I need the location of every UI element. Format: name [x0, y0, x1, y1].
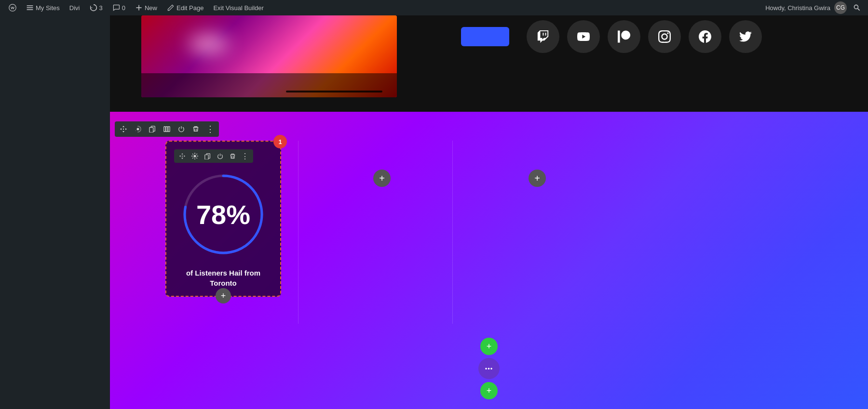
youtube-icon-btn[interactable]: [567, 20, 600, 53]
module-clone-icon[interactable]: [203, 152, 212, 160]
stat-card: 1: [165, 141, 281, 297]
comments-menu[interactable]: 0: [108, 0, 129, 15]
row-toolbar: ⋮: [115, 121, 219, 137]
edit-page-label: Edit Page: [176, 4, 203, 12]
instagram-icon-btn[interactable]: [648, 20, 681, 53]
svg-line-8: [858, 9, 860, 11]
svg-point-7: [854, 5, 858, 9]
admin-bar-right: Howdy, Christina Gwira CG: [765, 1, 863, 14]
sidebar: [0, 15, 110, 409]
revisions-menu[interactable]: 3: [86, 0, 107, 15]
bottom-controls: + ••• +: [478, 338, 500, 399]
svg-rect-2: [27, 5, 33, 6]
section-more-options-btn[interactable]: •••: [478, 358, 500, 379]
comments-count: 0: [122, 4, 125, 12]
add-section-above-btn[interactable]: +: [480, 338, 498, 355]
facebook-icon-btn[interactable]: [689, 20, 721, 53]
twitter-icon-btn[interactable]: [729, 20, 762, 53]
stat-label: of Listeners Hail from Toronto: [186, 264, 260, 288]
module-delete-icon[interactable]: [228, 152, 237, 160]
main-content: ⋮ 1: [110, 15, 868, 409]
row-settings-icon[interactable]: [133, 124, 143, 134]
module-settings-icon[interactable]: [190, 152, 199, 160]
my-sites-menu[interactable]: My Sites: [22, 0, 64, 15]
row-power-icon[interactable]: [176, 124, 186, 134]
svg-rect-17: [204, 155, 208, 159]
svg-rect-12: [164, 127, 166, 132]
hero-image: [141, 15, 397, 97]
row-clone-icon[interactable]: [148, 124, 157, 134]
user-greeting: Howdy, Christina Gwira: [765, 4, 830, 12]
row-move-icon[interactable]: [119, 124, 128, 134]
revisions-count: 3: [99, 4, 103, 12]
add-section-below-btn[interactable]: +: [480, 382, 498, 399]
add-module-center-btn[interactable]: +: [216, 288, 231, 303]
col-divider-2: [452, 141, 453, 324]
module-container: 1: [165, 141, 281, 297]
add-module-col2-btn[interactable]: +: [373, 170, 391, 187]
my-sites-label: My Sites: [36, 4, 60, 12]
wp-logo[interactable]: W: [5, 0, 20, 15]
svg-rect-13: [166, 127, 168, 132]
svg-text:W: W: [11, 6, 14, 10]
notification-badge: 1: [273, 135, 287, 148]
module-more-icon[interactable]: ⋮: [241, 152, 249, 160]
svg-rect-14: [168, 127, 170, 132]
circle-progress: 78%: [177, 169, 269, 260]
divi-label: Divi: [69, 4, 80, 12]
user-avatar[interactable]: CG: [834, 1, 847, 14]
row-delete-icon[interactable]: [191, 124, 201, 134]
social-icons-area: [461, 20, 762, 53]
svg-rect-4: [27, 9, 33, 10]
svg-point-9: [137, 128, 139, 131]
module-toolbar: ⋮: [174, 149, 253, 163]
top-section: [110, 15, 868, 112]
twitch-icon-btn[interactable]: [527, 20, 559, 53]
svg-point-15: [193, 155, 196, 157]
subscribe-button[interactable]: [461, 27, 509, 46]
svg-rect-3: [27, 7, 33, 8]
admin-bar: W My Sites Divi 3 0 New Edit Page Exit V…: [0, 0, 868, 15]
exit-visual-builder-label: Exit Visual Builder: [213, 4, 264, 12]
stat-percent: 78%: [196, 199, 250, 230]
search-icon[interactable]: [851, 1, 863, 14]
row-more-icon[interactable]: ⋮: [205, 124, 215, 134]
new-label: New: [145, 4, 157, 12]
add-module-col3-btn[interactable]: +: [529, 170, 546, 187]
divi-menu[interactable]: Divi: [66, 0, 84, 15]
module-power-icon[interactable]: [216, 152, 224, 160]
edit-page-btn[interactable]: Edit Page: [163, 0, 207, 15]
new-menu[interactable]: New: [131, 0, 161, 15]
col-divider-1: [298, 141, 298, 324]
patreon-icon-btn[interactable]: [608, 20, 640, 53]
purple-section: ⋮ 1: [110, 112, 868, 409]
exit-visual-builder-btn[interactable]: Exit Visual Builder: [209, 0, 268, 15]
module-move-icon[interactable]: [178, 152, 187, 160]
row-columns-icon[interactable]: [162, 124, 172, 134]
svg-rect-11: [149, 128, 153, 133]
